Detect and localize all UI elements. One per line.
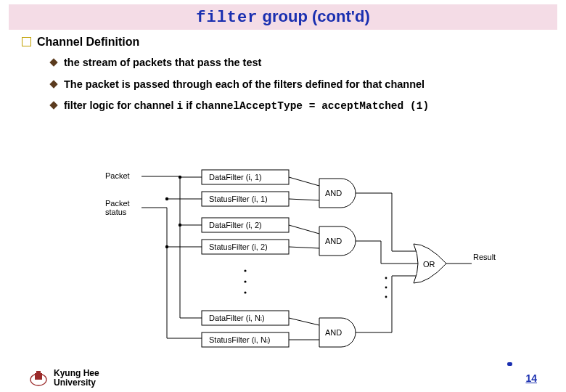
svg-point-16 (179, 176, 181, 179)
slide-title: filter group (cont'd) (9, 4, 557, 30)
university-logo-icon (29, 369, 48, 387)
bullet-text: filter logic for channel i if channelAcc… (64, 99, 544, 114)
section-heading: Channel Definition (22, 36, 544, 49)
diamond-bullet-icon (49, 58, 57, 66)
box-label: StatusFilter (i, Nᵢ) (209, 335, 271, 344)
svg-line-24 (289, 199, 319, 200)
input-status-label-2: status (105, 208, 127, 216)
bullet-item: the stream of packets that pass the test (51, 56, 544, 70)
filter-logic-diagram: Packet Packet status DataFilter (i, 1) S… (102, 166, 508, 354)
result-label: Result (473, 253, 496, 261)
svg-point-20 (244, 269, 246, 271)
svg-point-17 (165, 197, 168, 200)
box-label: DataFilter (i, 1) (209, 173, 262, 181)
svg-point-21 (244, 280, 246, 282)
svg-point-19 (165, 245, 168, 248)
bullet-item: The packet is passed through each of the… (51, 78, 544, 92)
input-status-label-1: Packet (105, 199, 130, 208)
svg-line-26 (289, 247, 319, 248)
svg-line-25 (289, 225, 319, 234)
svg-point-38 (385, 277, 387, 279)
title-mono: filter (196, 9, 258, 27)
svg-line-27 (289, 318, 319, 325)
box-label: DataFilter (i, Nᵢ) (209, 314, 265, 322)
and-label: AND (325, 237, 342, 245)
university-name: Kyung Hee University (54, 369, 99, 388)
svg-rect-44 (36, 371, 41, 374)
svg-point-18 (179, 224, 181, 226)
title-rest: group (cont'd) (258, 7, 369, 25)
svg-point-22 (244, 291, 246, 293)
svg-point-39 (385, 287, 387, 289)
bullet-code: channelAcceptType = acceptMatched (1) (195, 100, 429, 112)
decorative-dot-icon (507, 362, 512, 366)
bullet-text: The packet is passed through each of the… (64, 78, 544, 92)
svg-line-23 (289, 177, 319, 186)
slide-footer: Kyung Hee University 14 (0, 369, 566, 388)
bullet-item: filter logic for channel i if channelAcc… (51, 99, 544, 114)
and-gate (319, 179, 356, 347)
square-bullet-icon (22, 37, 31, 46)
diamond-bullet-icon (49, 101, 57, 109)
page-number: 14 (525, 372, 537, 384)
bullet-prefix: filter logic for channel (64, 99, 177, 111)
input-packet-label: Packet (105, 171, 130, 180)
diamond-bullet-icon (49, 80, 57, 88)
svg-point-40 (385, 296, 387, 298)
or-label: OR (423, 260, 435, 269)
svg-rect-43 (35, 373, 42, 380)
section-heading-text: Channel Definition (37, 36, 139, 49)
bullet-text: the stream of packets that pass the test (64, 56, 544, 70)
box-label: StatusFilter (i, 1) (209, 195, 268, 203)
bullet-mid: if (183, 99, 195, 111)
and-label: AND (325, 328, 342, 337)
and-label: AND (325, 189, 342, 197)
box-label: StatusFilter (i, 2) (209, 242, 268, 251)
bullet-code: i (177, 100, 184, 112)
box-label: DataFilter (i, 2) (209, 221, 262, 229)
